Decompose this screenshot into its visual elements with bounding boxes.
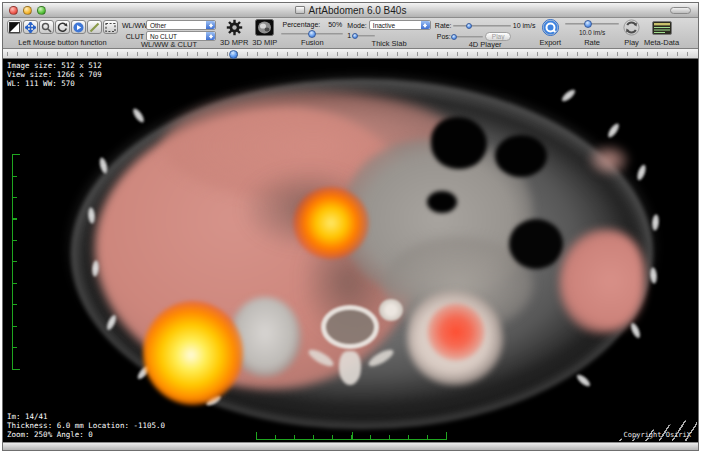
- pet-hotspot-kidney: [427, 303, 485, 361]
- mpr-3d-button[interactable]: [226, 19, 243, 36]
- pet-hotspot-central: [293, 187, 369, 259]
- player-4d-group: Rate: 10 im/s Pos: Play 4D Player: [435, 19, 536, 48]
- thickness-location-text: Thickness: 6.0 mm Location: -1105.0: [7, 421, 165, 430]
- scan-aorta: [379, 299, 403, 321]
- image-size-text: Image size: 512 x 512: [7, 61, 102, 70]
- mpr-group: 3D MPR: [220, 19, 248, 48]
- export-group: Export: [539, 19, 561, 48]
- scan-rib: [131, 107, 146, 125]
- zoom-window-button[interactable]: [37, 6, 46, 15]
- player4d-pos-slider[interactable]: [453, 36, 483, 38]
- player4d-pos-thumb[interactable]: [451, 34, 457, 40]
- thick-slab-mode-dropdown[interactable]: Inactive: [369, 20, 431, 30]
- play-group: Play: [623, 19, 640, 48]
- wlww-text: WL: 111 WW: 570: [7, 79, 75, 88]
- toolbar-toggle-button[interactable]: [670, 7, 691, 14]
- scroll-slider-thumb[interactable]: [229, 50, 238, 59]
- thick-slab-slider[interactable]: [353, 35, 375, 37]
- scan-gas-pocket-3: [509, 219, 563, 269]
- meta-data-button[interactable]: [652, 19, 672, 36]
- play-loop-button[interactable]: [623, 19, 640, 36]
- scan-stomach-wall: [589, 145, 629, 175]
- rate-group-caption: Rate: [584, 39, 600, 47]
- fusion-percentage-label: Percentage:: [282, 20, 320, 29]
- mouse-function-group: Left Mouse button function: [7, 19, 118, 48]
- mouse-group-caption: Left Mouse button function: [18, 39, 106, 47]
- rotate-icon: [57, 22, 68, 33]
- image-scroll-slider[interactable]: [3, 49, 698, 59]
- wlww-dropdown[interactable]: Other: [146, 20, 216, 30]
- rate-slider-thumb[interactable]: [584, 20, 592, 28]
- export-group-caption: Export: [539, 39, 561, 47]
- player4d-rate-value: 10 im/s: [513, 21, 536, 30]
- scan-vertebral-body: [321, 305, 379, 349]
- thick-slab-slider-thumb[interactable]: [352, 33, 358, 39]
- gear-icon: [226, 19, 243, 36]
- player4d-rate-label: Rate:: [435, 21, 451, 30]
- magnifier-icon: [41, 22, 52, 33]
- petct-image-viewport[interactable]: Image size: 512 x 512View size: 1266 x 7…: [3, 59, 698, 442]
- thick-slab-mode-value: Inactive: [373, 21, 395, 30]
- mpr-group-caption: 3D MPR: [220, 39, 248, 47]
- scan-rib: [606, 122, 621, 140]
- mip-group-caption: 3D MIP: [252, 39, 277, 47]
- export-button[interactable]: [542, 19, 559, 36]
- measure-tool-button[interactable]: [87, 20, 102, 34]
- main-toolbar: Left Mouse button function WL/WW Other C…: [3, 18, 698, 49]
- clut-dropdown[interactable]: No CLUT: [146, 31, 216, 41]
- scan-gas-pocket-4: [427, 191, 457, 213]
- fusion-slider[interactable]: [281, 33, 343, 35]
- roi-select-button[interactable]: [103, 20, 118, 34]
- meta-data-group-caption: Meta-Data: [644, 39, 679, 47]
- close-window-button[interactable]: [9, 6, 18, 15]
- browse-stack-button[interactable]: [71, 20, 86, 34]
- mip-3d-button[interactable]: [255, 19, 274, 36]
- wlww-field-label: WL/WW: [122, 21, 144, 30]
- fusion-percentage-value: 50%: [328, 20, 342, 29]
- rotate-tool-button[interactable]: [55, 20, 70, 34]
- mouse-function-buttons: [7, 20, 118, 34]
- meta-data-card-icon: [652, 21, 672, 35]
- scan-rib: [635, 163, 647, 181]
- copyright-text: Copyright OsiriX: [624, 431, 691, 439]
- player4d-rate-thumb[interactable]: [466, 23, 472, 29]
- player4d-rate-slider[interactable]: [453, 25, 511, 27]
- rate-value: 10.0 im/s: [579, 29, 605, 36]
- dropdown-arrows-icon: [206, 21, 215, 29]
- window-title: ArtAbdomen 6.0 B40s: [309, 5, 407, 16]
- scan-spleen: [559, 229, 645, 333]
- mip-group: 3D MIP: [252, 19, 277, 48]
- contrast-icon: [9, 22, 20, 33]
- thick-slab-count: 1: [347, 31, 351, 40]
- zoom-tool-button[interactable]: [39, 20, 54, 34]
- scan-gas-pocket-2: [495, 135, 547, 177]
- zoom-angle-text: Zoom: 250% Angle: 0: [7, 430, 93, 439]
- clut-dropdown-value: No CLUT: [150, 32, 177, 41]
- scroll-slider-ticks: [7, 52, 694, 56]
- move-arrows-icon: [25, 22, 36, 33]
- pan-tool-button[interactable]: [23, 20, 38, 34]
- window-controls: [9, 6, 46, 15]
- wlww-group-caption: WL/WW & CLUT: [141, 41, 197, 49]
- horizontal-scale-ruler: [256, 433, 447, 440]
- thick-slab-group-caption: Thick Slab: [372, 40, 407, 48]
- view-size-text: View size: 1266 x 709: [7, 70, 102, 79]
- rate-group: 10.0 im/s Rate: [565, 19, 619, 48]
- dashed-rect-icon: [105, 22, 116, 33]
- contrast-tool-button[interactable]: [7, 20, 22, 34]
- dropdown-arrows-icon: [206, 32, 215, 40]
- window-title-area: ArtAbdomen 6.0 B40s: [295, 5, 407, 16]
- wlww-clut-group: WL/WW Other CLUT No CLUT WL/WW & CLUT: [122, 19, 216, 48]
- thick-slab-group: Mode: Inactive 1 Thick Slab: [347, 19, 430, 48]
- ruler-mid-tick: [352, 432, 353, 439]
- fusion-slider-thumb[interactable]: [308, 30, 316, 38]
- osirix-viewer-window: ArtAbdomen 6.0 B40s: [2, 2, 699, 451]
- pet-hotspot-liver: [143, 301, 243, 405]
- title-bar: ArtAbdomen 6.0 B40s: [3, 3, 698, 18]
- length-pencil-icon: [89, 22, 100, 33]
- fusion-group-caption: Fusion: [301, 39, 324, 47]
- scan-gas-pocket-1: [431, 117, 487, 169]
- rate-slider[interactable]: [565, 23, 619, 25]
- minimize-window-button[interactable]: [23, 6, 32, 15]
- meta-data-group: Meta-Data: [644, 19, 679, 48]
